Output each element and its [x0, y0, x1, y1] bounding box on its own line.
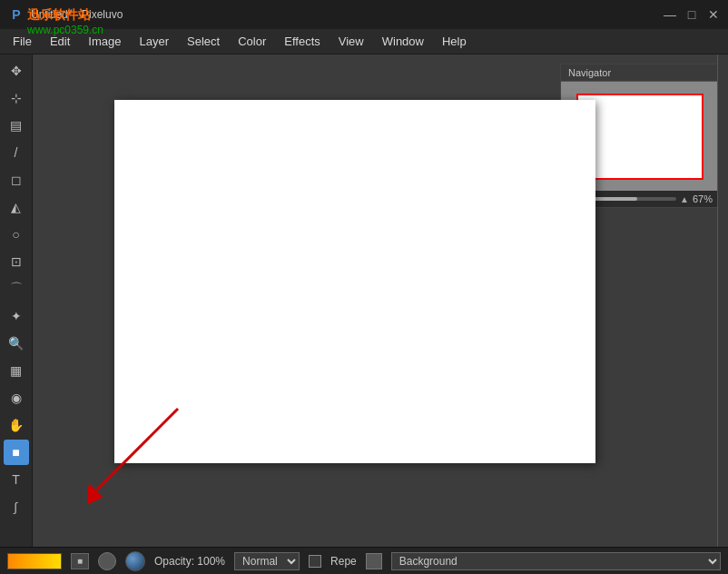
menu-view[interactable]: View — [330, 31, 373, 52]
close-button[interactable]: ✕ — [706, 7, 721, 22]
tool-paint[interactable]: / — [4, 140, 29, 165]
app-icon: P — [7, 5, 25, 24]
canvas-document — [114, 100, 595, 463]
tool-move[interactable]: ✥ — [4, 58, 29, 84]
repeat-label: Repe — [330, 555, 357, 568]
background-select[interactable]: Background Layer 1 Layer 2 — [391, 552, 721, 570]
title-text: Untitled* - Pixeluvo — [31, 8, 663, 21]
gradient-preview[interactable] — [7, 553, 62, 569]
menu-edit[interactable]: Edit — [41, 31, 79, 52]
tool-brush[interactable]: ∫ — [4, 494, 29, 520]
zoom-percent: 67% — [693, 193, 713, 204]
tool-text[interactable]: T — [4, 467, 29, 492]
tool-lasso[interactable]: ⌒ — [4, 276, 29, 302]
color-swatch-btn[interactable]: ■ — [71, 553, 89, 569]
main-layout: ✥ ⊹ ▤ / ◻ ◭ ○ ⊡ ⌒ ✦ 🔍 ▦ ◉ ✋ ■ T ∫ Naviga… — [0, 54, 728, 547]
tool-selection[interactable]: ⊡ — [4, 249, 29, 274]
tool-colors[interactable]: ■ — [4, 440, 29, 465]
tool-bucket[interactable]: ◭ — [4, 194, 29, 220]
menu-file[interactable]: File — [4, 31, 41, 52]
repeat-checkbox[interactable] — [309, 555, 321, 568]
canvas-area: Navigator ▲ ▲ 67% — [33, 54, 728, 547]
navigator-header: Navigator — [561, 64, 718, 82]
menu-select[interactable]: Select — [178, 31, 229, 52]
maximize-button[interactable]: □ — [684, 7, 699, 22]
tool-crop[interactable]: ⊹ — [4, 85, 29, 111]
menu-help[interactable]: Help — [433, 31, 476, 52]
left-toolbar: ✥ ⊹ ▤ / ◻ ◭ ○ ⊡ ⌒ ✦ 🔍 ▦ ◉ ✋ ■ T ∫ — [0, 54, 33, 547]
menu-layer[interactable]: Layer — [131, 31, 179, 52]
menu-effects[interactable]: Effects — [275, 31, 330, 52]
opacity-label: Opacity: 100% — [154, 555, 225, 568]
tool-magic-wand[interactable]: ✦ — [4, 303, 29, 329]
tool-eye[interactable]: ◉ — [4, 385, 29, 411]
vertical-scrollbar[interactable] — [717, 54, 728, 547]
tool-shapes[interactable]: ○ — [4, 222, 29, 247]
blend-mode-select[interactable]: Normal Multiply Screen Overlay — [234, 552, 300, 570]
repeat-preview — [366, 553, 382, 569]
menu-bar: File Edit Image Layer Select Color Effec… — [0, 29, 728, 54]
tool-zoom[interactable]: 🔍 — [4, 331, 29, 356]
tool-eraser[interactable]: ◻ — [4, 167, 29, 193]
status-bar: ■ Opacity: 100% Normal Multiply Screen O… — [0, 547, 728, 574]
circle-preview — [98, 552, 116, 570]
zoom-in-icon: ▲ — [680, 194, 689, 204]
menu-window[interactable]: Window — [373, 31, 433, 52]
tool-gradient[interactable]: ▦ — [4, 358, 29, 383]
sphere-preview — [125, 551, 145, 571]
tool-layers[interactable]: ▤ — [4, 113, 29, 138]
menu-color[interactable]: Color — [229, 31, 275, 52]
window-controls: — □ ✕ — [663, 7, 721, 22]
menu-image[interactable]: Image — [79, 31, 130, 52]
minimize-button[interactable]: — — [663, 7, 677, 22]
tool-hand[interactable]: ✋ — [4, 412, 29, 438]
title-bar: P Untitled* - Pixeluvo 迅乐软件站 www.pc0359.… — [0, 0, 728, 29]
